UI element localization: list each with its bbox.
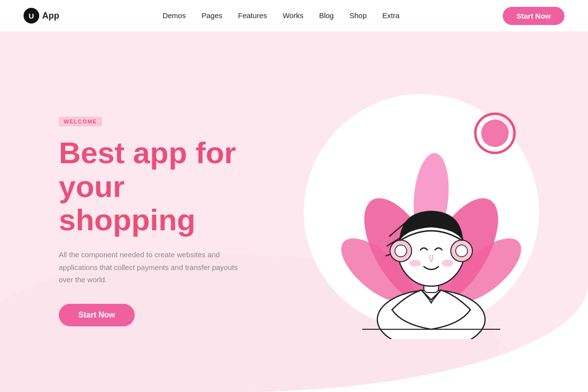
nav-links: Demos Pages Features Works Blog Shop Ext…: [163, 11, 400, 20]
svg-point-17: [409, 260, 421, 267]
hero-illustration: [294, 84, 549, 339]
hero-section: WELCOME Best app for your shopping All t…: [0, 31, 588, 392]
svg-point-18: [441, 260, 453, 267]
welcome-badge: WELCOME: [59, 117, 102, 126]
nav-item-blog[interactable]: Blog: [319, 11, 334, 20]
logo[interactable]: U App: [24, 8, 59, 24]
navbar: U App Demos Pages Features Works Blog Sh…: [0, 0, 588, 31]
nav-item-works[interactable]: Works: [283, 11, 303, 20]
nav-start-button[interactable]: Start Now: [503, 7, 564, 25]
hero-start-button[interactable]: Start Now: [59, 304, 135, 326]
hero-description: All the component needed to create websi…: [59, 248, 245, 286]
nav-item-extra[interactable]: Extra: [382, 11, 399, 20]
hero-title: Best app for your shopping: [59, 136, 270, 237]
nav-item-demos[interactable]: Demos: [163, 11, 186, 20]
svg-point-1: [481, 120, 509, 147]
illustration-svg: [294, 84, 549, 339]
svg-point-14: [395, 245, 407, 257]
logo-icon: U: [24, 8, 39, 24]
nav-item-pages[interactable]: Pages: [201, 11, 222, 20]
logo-text: App: [42, 11, 59, 21]
nav-item-shop[interactable]: Shop: [349, 11, 367, 20]
nav-item-features[interactable]: Features: [238, 11, 267, 20]
svg-point-16: [456, 245, 467, 257]
